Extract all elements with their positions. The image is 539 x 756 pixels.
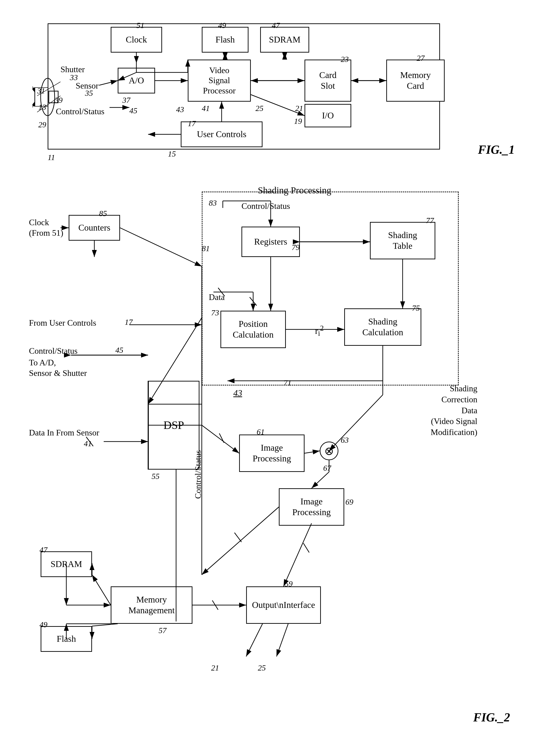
fig2-multiply-symbol: ⊗	[320, 442, 339, 460]
fig2-ref-47: 47	[39, 546, 47, 554]
svg-line-57	[202, 425, 239, 453]
fig2-control-status-45: Control/Status	[29, 346, 78, 356]
ref-37: 37	[122, 96, 130, 105]
ref-23: 23	[341, 55, 349, 64]
ref-25: 25	[256, 104, 264, 113]
fig2-shading-processing-label: Shading Processing	[258, 185, 331, 196]
fig1-ao-block: A/O	[118, 68, 155, 93]
fig2-shading-correction-label: ShadingCorrectionData(Video SignalModifi…	[431, 383, 477, 438]
fig2-ref-45: 45	[116, 346, 123, 355]
ref-21: 21	[295, 104, 303, 113]
ref-11: 11	[48, 153, 55, 162]
fig2-shadingcalc-block: Shading Calculation	[344, 308, 421, 346]
fig2-to-ad: To A/D,Sensor & Shutter	[29, 358, 87, 378]
fig1-diagram: 11 Clock 51 Flash 49 SDRAM 47 A/O 37 Vid…	[24, 14, 515, 159]
fig2-from-user-controls: From User Controls	[29, 318, 96, 328]
svg-rect-27	[49, 91, 58, 103]
fig1-flash-block: Flash	[202, 27, 249, 52]
fig2-ref-71: 71	[283, 378, 291, 387]
fig2-control-status-vertical: Control/Status	[193, 450, 203, 499]
svg-line-35	[120, 228, 202, 266]
ref-17: 17	[188, 119, 196, 128]
fig2-ref-41: 41	[84, 439, 92, 448]
fig2-ref-75: 75	[412, 304, 420, 312]
fig2-ref-83: 83	[209, 199, 217, 208]
fig2-imageproc1-block: Image Processing	[239, 435, 305, 472]
ref-15: 15	[168, 149, 176, 158]
fig2-data-label: Data	[209, 292, 225, 302]
ref-35: 35	[85, 89, 93, 98]
ref-49: 49	[218, 21, 226, 30]
fig2-ref-57: 57	[159, 626, 167, 635]
svg-line-64	[202, 507, 279, 575]
svg-line-59	[305, 451, 320, 453]
svg-line-63	[312, 472, 329, 488]
fig1-clock-block: Clock	[111, 27, 162, 52]
fig2-ref-73: 73	[211, 308, 219, 317]
fig2-diagram: Shading Processing Counters 85 Clock(Fro…	[24, 178, 515, 738]
fig2-positioncalc-block: Position Calculation	[220, 311, 286, 348]
svg-line-66	[283, 523, 312, 586]
fig2-control-status-top: Control/Status	[242, 201, 290, 211]
fig2-ref-85: 85	[99, 209, 107, 218]
fig2-ref-59: 59	[285, 579, 293, 588]
fig1-cardslot-block: Card Slot	[305, 59, 351, 102]
svg-line-68	[92, 575, 111, 605]
fig2-ref-43: 43	[233, 388, 242, 398]
fig1-memcard-block: Memory Card	[386, 59, 445, 102]
fig2-clock-label: Clock(From 51)	[29, 217, 63, 238]
fig2-ri2-label: ri2	[315, 324, 324, 338]
svg-line-58	[219, 433, 224, 443]
fig2-sdram-block: SDRAM	[40, 551, 92, 577]
svg-point-23	[40, 78, 55, 116]
fig2-ref-67: 67	[323, 464, 331, 472]
fig2-ref-21: 21	[211, 663, 219, 672]
ref-19: 19	[294, 117, 302, 126]
ref-51: 51	[136, 21, 144, 30]
fig1-io-block: I/O	[305, 104, 351, 127]
page: 11 Clock 51 Flash 49 SDRAM 47 A/O 37 Vid…	[0, 0, 539, 756]
svg-line-67	[303, 543, 309, 552]
svg-line-65	[234, 533, 242, 542]
ref-45: 45	[129, 106, 137, 115]
fig1-sdram-block: SDRAM	[260, 27, 309, 52]
fig2-ref-61: 61	[257, 428, 265, 436]
fig1-controlstatus-label: Control/Status	[56, 106, 105, 117]
fig2-imageproc2-block: Image Processing	[279, 488, 344, 526]
fig2-ref-55: 55	[152, 472, 160, 481]
fig2-outputiface-block: Output\nInterface	[246, 586, 321, 624]
ref-43: 43	[176, 105, 184, 114]
fig1-lens	[33, 74, 63, 120]
svg-line-78	[276, 624, 288, 656]
ref-27: 27	[417, 54, 424, 63]
fig2-ref-17: 17	[125, 318, 133, 327]
ref-29: 29	[38, 120, 46, 129]
svg-line-80	[212, 600, 218, 610]
fig1-vsp-block: Video Signal Processor	[188, 59, 251, 102]
fig2-ref-25: 25	[258, 663, 266, 672]
fig2-ref-63: 63	[341, 436, 349, 445]
fig1-label: FIG._1	[478, 143, 515, 156]
svg-line-77	[246, 624, 263, 656]
ref-41: 41	[202, 104, 210, 113]
fig2-ref-77: 77	[426, 216, 434, 225]
fig2-ref-81: 81	[202, 244, 210, 253]
fig2-ref-79: 79	[292, 243, 300, 252]
fig2-shadingtable-block: Shading Table	[370, 222, 435, 259]
fig2-flash-block: Flash	[40, 626, 92, 652]
fig2-shading-processing-box	[202, 192, 459, 385]
fig2-registers-block: Registers	[242, 227, 300, 257]
fig2-counters-block: Counters	[69, 215, 120, 241]
svg-line-61	[329, 395, 383, 451]
fig2-data-in: Data In From Sensor	[29, 428, 99, 438]
fig2-label: FIG._2	[473, 711, 510, 724]
fig2-ref-49: 49	[39, 620, 47, 629]
fig2-ref-69: 69	[346, 498, 353, 507]
svg-line-73	[92, 624, 118, 626]
fig2-dsp-block: DSP	[148, 381, 199, 469]
fig2-memorymgmt-block: Memory Management	[111, 586, 193, 624]
ref-47: 47	[272, 21, 280, 30]
